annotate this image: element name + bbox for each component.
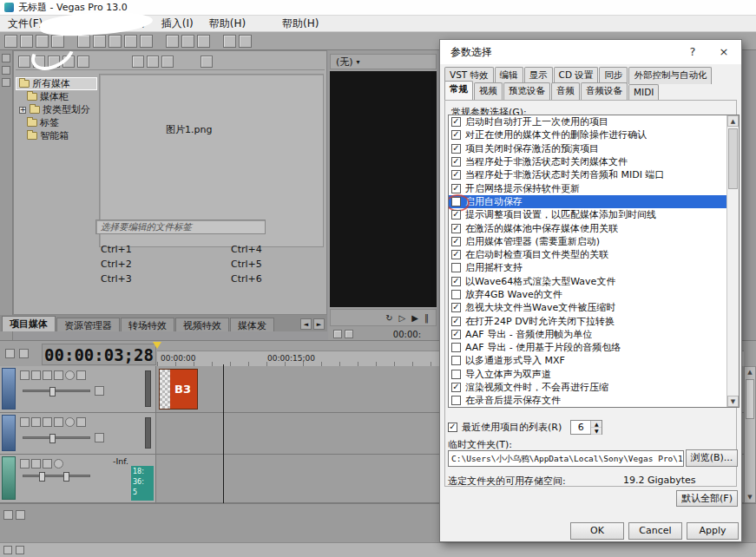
track-header-2[interactable]: [0, 413, 156, 454]
recent-count-stepper[interactable]: 6 ▲ ▼: [570, 420, 602, 435]
tab-scroll-right-icon[interactable]: ►: [313, 318, 325, 330]
new-bin-icon[interactable]: [18, 56, 30, 68]
option-checkbox[interactable]: [451, 197, 461, 206]
option-checkbox[interactable]: [451, 317, 461, 326]
browse-button[interactable]: 浏览(B)...: [686, 449, 738, 467]
track-zoom-in-icon[interactable]: [16, 510, 25, 520]
option-row-12[interactable]: 启用摇杆支持: [449, 261, 726, 274]
apply-button[interactable]: Apply: [687, 522, 739, 540]
option-checkbox[interactable]: [451, 263, 461, 272]
dialog-help-button[interactable]: ?: [680, 43, 705, 61]
media-file-item[interactable]: 图片1.png: [166, 123, 212, 136]
timeline-clip[interactable]: B3: [159, 369, 198, 410]
loop-icon[interactable]: ↻: [385, 313, 392, 323]
option-checkbox[interactable]: [451, 370, 461, 379]
paste-icon[interactable]: [108, 35, 122, 48]
pref-tab-r2-1[interactable]: 常规: [444, 81, 473, 100]
option-checkbox[interactable]: [451, 356, 461, 365]
master-bus-dock-icon[interactable]: [2, 78, 10, 87]
option-checkbox[interactable]: [451, 383, 461, 392]
option-row-2[interactable]: 对正在使用的媒体文件的删除操作进行确认: [449, 128, 726, 141]
preview-header[interactable]: (无) ▾: [330, 54, 437, 69]
pref-tab-r1-6[interactable]: 外部控制与自动化: [628, 67, 712, 84]
option-row-8[interactable]: 提示调整项目设置，以匹配媒体添加到时间线: [449, 208, 726, 221]
track-solo-button[interactable]: [43, 417, 52, 427]
track-automation-button[interactable]: [65, 370, 75, 380]
option-row-17[interactable]: AAF 导出 - 音频使用帧为单位: [449, 328, 726, 341]
option-row-4[interactable]: 当程序处于非激活状态时关闭媒体文件: [449, 155, 726, 168]
cancel-button[interactable]: Cancel: [628, 522, 682, 540]
tree-item-5[interactable]: 智能箱: [16, 129, 97, 142]
option-checkbox[interactable]: [451, 303, 461, 312]
pref-tab-r1-5[interactable]: 同步: [599, 67, 628, 84]
slider-handle[interactable]: [63, 472, 69, 482]
option-checkbox[interactable]: [451, 277, 461, 286]
pref-tab-r2-5[interactable]: 音频设备: [581, 82, 628, 100]
close-icon[interactable]: ×: [712, 43, 736, 61]
temp-folder-field[interactable]: C:\Users\小小乌鸦\AppData\Local\Sony\Vegas P…: [448, 450, 684, 467]
track-mute-button[interactable]: [31, 459, 41, 469]
snap-toggle-icon[interactable]: [166, 35, 179, 48]
track-header-1[interactable]: [0, 366, 156, 412]
timecode-display[interactable]: 00:00:03;28: [42, 344, 156, 365]
option-checkbox[interactable]: [451, 250, 461, 259]
track-more-button[interactable]: [76, 417, 86, 427]
track-mute-button[interactable]: [31, 370, 41, 380]
spin-down-icon[interactable]: ▼: [591, 428, 602, 435]
track-more-button[interactable]: [76, 370, 86, 380]
status-icon-1[interactable]: [3, 546, 12, 554]
tree-item-3[interactable]: 按类型划分: [16, 103, 97, 116]
option-row-7[interactable]: 启用自动保存: [449, 195, 726, 208]
options-scrollbar[interactable]: ▲ ▼: [726, 115, 739, 407]
default-all-button[interactable]: 默认全部(F): [676, 490, 738, 507]
option-checkbox[interactable]: [451, 144, 461, 154]
track-volume-slider[interactable]: [23, 475, 90, 477]
pref-tab-r2-3[interactable]: 预览设备: [503, 82, 550, 100]
open-project-icon[interactable]: [20, 35, 33, 48]
shortcut-item[interactable]: Ctrl+4: [231, 244, 285, 255]
tree-item-4[interactable]: 标签: [16, 116, 97, 129]
pref-tab-r1-4[interactable]: CD 设置: [554, 67, 599, 84]
marker-tool-icon[interactable]: [5, 349, 15, 358]
option-checkbox[interactable]: [451, 210, 461, 220]
trimmer-dock-icon[interactable]: [2, 66, 10, 75]
copy-icon[interactable]: [93, 35, 106, 48]
recent-list-checkbox[interactable]: [448, 423, 457, 432]
preview-quality-icon[interactable]: [333, 330, 342, 338]
redo-icon[interactable]: [140, 35, 153, 48]
option-checkbox[interactable]: [451, 170, 461, 180]
track-compositing-button[interactable]: [95, 433, 104, 442]
region-tool-icon[interactable]: [19, 349, 29, 358]
slider-handle[interactable]: [49, 434, 56, 443]
option-checkbox[interactable]: [451, 237, 461, 246]
track-header-3[interactable]: -Inf. 18:36:5: [0, 455, 156, 502]
option-row-19[interactable]: 以多通道形式导入 MXF: [449, 354, 726, 367]
track-mute-button[interactable]: [31, 417, 41, 427]
option-checkbox[interactable]: [451, 290, 461, 299]
shortcut-item[interactable]: Ctrl+3: [101, 273, 231, 285]
media-tab-3[interactable]: 转场特效: [121, 318, 174, 331]
track-fx-button[interactable]: [54, 370, 63, 380]
undo-icon[interactable]: [124, 35, 137, 48]
lock-envelopes-icon[interactable]: [197, 35, 210, 48]
option-row-3[interactable]: 项目关闭时保存激活的预演项目: [449, 142, 726, 155]
menu-item-4[interactable]: 插入(I): [154, 16, 201, 31]
tab-scroll-left-icon[interactable]: ◄: [300, 318, 312, 330]
play-from-start-icon[interactable]: ▷: [399, 313, 406, 323]
auto-ripple-icon[interactable]: [181, 35, 194, 48]
option-row-15[interactable]: 忽视大块文件当Wave文件被压缩时: [449, 301, 726, 314]
shortcut-item[interactable]: Ctrl+2: [101, 259, 231, 270]
timeline-marker[interactable]: [153, 342, 161, 349]
option-checkbox[interactable]: [451, 184, 461, 193]
pref-tab-r1-3[interactable]: 显示: [524, 67, 553, 84]
preview-overlay-icon[interactable]: [345, 330, 353, 338]
track-automation-button[interactable]: [54, 459, 63, 469]
media-search-icon[interactable]: [132, 56, 144, 68]
ok-button[interactable]: OK: [570, 522, 624, 540]
zoom-edit-tool-icon[interactable]: [239, 35, 252, 48]
option-checkbox[interactable]: [451, 396, 461, 405]
pref-tab-r2-2[interactable]: 视频: [474, 82, 503, 100]
option-checkbox[interactable]: [451, 224, 461, 233]
scroll-down-icon[interactable]: ▼: [727, 396, 739, 407]
menu-item-5[interactable]: 帮助(H): [201, 16, 253, 31]
